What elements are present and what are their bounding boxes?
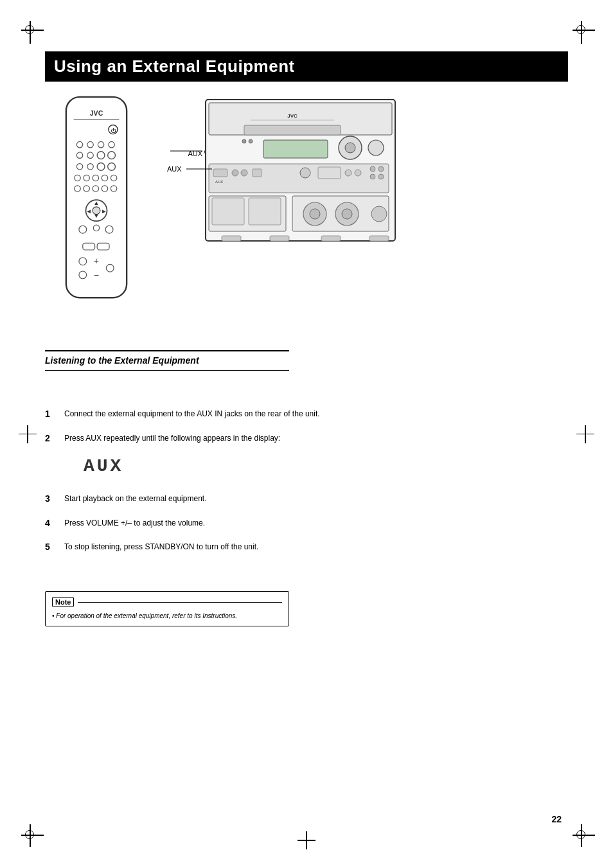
svg-point-9 [76, 152, 82, 158]
note-section: Note • For operation of the external equ… [45, 591, 289, 626]
svg-rect-49 [244, 125, 341, 135]
svg-text:▲: ▲ [93, 199, 99, 206]
step-5-text: To stop listening, press STANDBY/ON to t… [64, 541, 568, 553]
svg-point-23 [84, 186, 89, 191]
svg-rect-80 [270, 236, 289, 241]
svg-rect-81 [321, 236, 341, 241]
step-4: 4 Press VOLUME +/– to adjust the volume. [45, 517, 568, 530]
step-4-number: 4 [45, 517, 58, 530]
svg-point-20 [102, 175, 107, 181]
svg-point-21 [111, 175, 116, 181]
svg-rect-36 [83, 243, 95, 250]
svg-text:−: − [94, 270, 99, 280]
svg-point-33 [79, 226, 87, 233]
svg-point-10 [87, 152, 93, 158]
step-3-number: 3 [45, 493, 58, 506]
title-underline [45, 76, 568, 77]
svg-rect-72 [249, 198, 281, 225]
step-2: 2 Press AUX repeatedly until the followi… [45, 432, 568, 482]
step-1-text: Connect the external equipment to the AU… [64, 408, 568, 420]
svg-point-5 [76, 141, 82, 147]
step-1: 1 Connect the external equipment to the … [45, 408, 568, 421]
svg-point-62 [300, 168, 310, 178]
svg-point-38 [79, 258, 87, 265]
page-title: Using an External Equipment [54, 57, 559, 76]
svg-point-26 [111, 186, 116, 191]
svg-rect-0 [66, 97, 127, 297]
svg-rect-71 [212, 198, 244, 225]
bottom-center-mark [297, 831, 316, 850]
svg-text:AUX: AUX [167, 165, 182, 173]
svg-text:►: ► [101, 208, 107, 215]
svg-text:◄: ◄ [86, 208, 92, 215]
svg-point-55 [249, 139, 253, 143]
svg-point-17 [75, 175, 80, 181]
corner-mark-top-left [18, 18, 44, 44]
svg-point-22 [75, 186, 80, 191]
svg-rect-37 [97, 243, 109, 250]
side-mark-right [576, 425, 595, 444]
svg-point-34 [93, 225, 99, 231]
svg-point-58 [232, 170, 238, 176]
svg-point-14 [87, 164, 93, 170]
corner-mark-top-right [569, 18, 595, 44]
svg-point-68 [370, 174, 375, 179]
section-heading-line-top [45, 350, 289, 351]
svg-point-15 [97, 163, 105, 170]
svg-point-6 [87, 141, 93, 147]
svg-point-19 [93, 175, 98, 181]
section-heading: Listening to the External Equipment [45, 350, 289, 371]
svg-text:+: + [94, 256, 99, 266]
section-heading-line-bottom [45, 370, 289, 371]
svg-point-35 [105, 226, 113, 233]
svg-point-8 [109, 141, 114, 147]
steps-area: 1 Connect the external equipment to the … [45, 408, 568, 565]
svg-point-65 [355, 170, 361, 176]
svg-text:▼: ▼ [93, 212, 99, 219]
svg-rect-82 [369, 236, 389, 241]
remote-control-image: JVC ⏻ [45, 93, 173, 308]
svg-point-54 [242, 139, 246, 143]
svg-point-66 [370, 166, 375, 172]
step-3-text: Start playback on the external equipment… [64, 493, 568, 504]
svg-point-59 [241, 170, 247, 176]
svg-point-25 [102, 186, 107, 191]
corner-mark-bottom-right [569, 824, 595, 850]
svg-text:AUX: AUX [215, 180, 223, 184]
svg-rect-79 [222, 236, 241, 241]
svg-point-12 [108, 152, 116, 159]
svg-point-69 [378, 174, 384, 179]
svg-point-24 [93, 186, 98, 191]
svg-text:JVC: JVC [287, 113, 298, 119]
step-5-number: 5 [45, 541, 58, 554]
images-area: JVC ⏻ [45, 87, 568, 331]
svg-point-16 [108, 163, 116, 170]
corner-mark-bottom-left [18, 824, 44, 850]
svg-text:⏻: ⏻ [111, 128, 116, 134]
svg-point-64 [345, 170, 351, 176]
svg-point-67 [378, 166, 384, 172]
page-number: 22 [551, 814, 562, 824]
svg-text:JVC: JVC [90, 109, 103, 117]
svg-rect-56 [209, 164, 389, 193]
note-label: Note [52, 597, 74, 607]
side-mark-left [18, 425, 37, 444]
stereo-unit-image: JVC AUX [186, 93, 568, 263]
note-text: • For operation of the external equipmen… [52, 611, 282, 621]
svg-point-53 [368, 140, 384, 155]
svg-rect-50 [263, 140, 328, 158]
step-2-number: 2 [45, 432, 58, 445]
svg-point-42 [106, 264, 114, 272]
svg-point-13 [76, 164, 82, 170]
note-line [78, 602, 282, 603]
svg-point-77 [342, 209, 352, 219]
step-5: 5 To stop listening, press STANDBY/ON to… [45, 541, 568, 554]
note-box: Note • For operation of the external equ… [45, 591, 289, 626]
section-heading-title: Listening to the External Equipment [45, 355, 289, 368]
svg-point-75 [310, 209, 320, 219]
step-4-text: Press VOLUME +/– to adjust the volume. [64, 517, 568, 529]
svg-rect-60 [253, 169, 262, 177]
step-3: 3 Start playback on the external equipme… [45, 493, 568, 506]
svg-point-52 [345, 143, 355, 153]
svg-point-7 [98, 141, 103, 147]
